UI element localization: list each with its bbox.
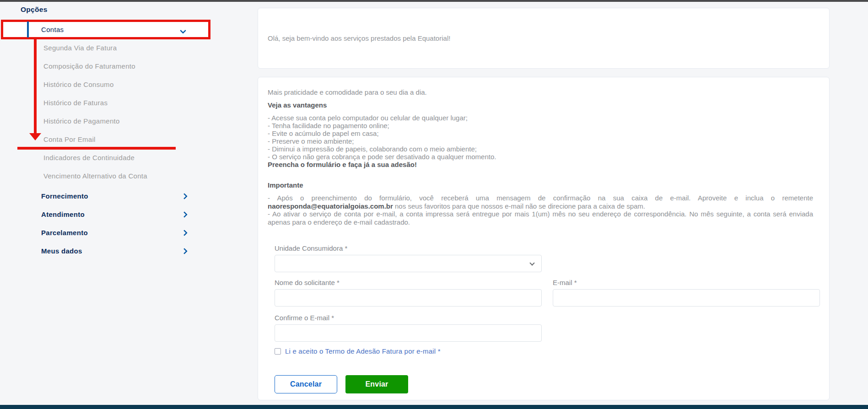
important-p1-after: nos seus favoritos para que nossos e-mai… — [393, 202, 645, 210]
advantage-item: - Preserve o meio ambiente; — [268, 137, 818, 145]
welcome-card: Olá, seja bem-vindo aos serviços prestad… — [258, 8, 830, 69]
chevron-right-icon — [182, 210, 187, 218]
chevron-down-icon — [181, 27, 185, 35]
main-content: Olá, seja bem-vindo aos serviços prestad… — [258, 8, 830, 400]
red-annotation-arrow-head — [29, 133, 41, 140]
bottom-page-bar — [0, 405, 868, 409]
sidebar-item-meus-dados[interactable]: Meus dados — [41, 242, 187, 260]
advantage-item: - Evite o acúmulo de papel em casa; — [268, 129, 818, 137]
sidebar-item-fornecimento[interactable]: Fornecimento — [41, 187, 187, 205]
sidebar-item-contas-label: Contas — [41, 26, 64, 33]
red-annotation-underline — [17, 147, 176, 150]
sidebar-item-historico-de-pagamento[interactable]: Histórico de Pagamento — [43, 112, 199, 130]
important-p2: - Ao ativar o serviço de conta por e-mai… — [268, 210, 813, 226]
sidebar-item-conta-por-email[interactable]: Conta Por Email — [43, 130, 199, 149]
cta-text: Preencha o formulário e faça já a sua ad… — [268, 161, 818, 168]
sidebar-item-historico-de-faturas[interactable]: Histórico de Faturas — [43, 94, 199, 112]
unidade-consumidora-label: Unidade Consumidora * — [275, 244, 820, 252]
sidebar-item-composicao-do-faturamento[interactable]: Composição do Faturamento — [43, 57, 199, 75]
form-actions: Cancelar Enviar — [275, 375, 820, 393]
cancel-button[interactable]: Cancelar — [275, 375, 337, 393]
advantages-list: - Acesse sua conta pelo computador ou ce… — [268, 114, 818, 161]
important-paragraph: - Após o preenchimento do formulário, vo… — [268, 194, 813, 226]
sidebar-item-parcelamento-label: Parcelamento — [41, 229, 88, 237]
sidebar-item-parcelamento[interactable]: Parcelamento — [41, 223, 187, 242]
sidebar-item-contas[interactable]: Contas — [1, 20, 210, 39]
active-item-accent-bar — [27, 22, 29, 38]
unidade-consumidora-select[interactable] — [275, 255, 542, 272]
red-annotation-arrow-line — [34, 39, 37, 134]
nome-solicitante-label: Nome do solicitante * — [275, 279, 542, 286]
terms-row: Li e aceito o Termo de Adesão Fatura por… — [275, 347, 820, 355]
noreply-email: naoresponda@equatorialgoias.com.br — [268, 202, 393, 210]
important-p1-before: - Após o preenchimento do formulário, vo… — [268, 194, 813, 202]
chevron-right-icon — [182, 247, 187, 255]
sidebar-title: Opções — [21, 5, 48, 14]
sidebar-item-segunda-via-de-fatura[interactable]: Segunda Via de Fatura — [43, 39, 199, 57]
advantage-item: - Acesse sua conta pelo computador ou ce… — [268, 114, 818, 122]
adhesion-form: Unidade Consumidora * Nome do solicitant… — [275, 244, 820, 393]
confirme-email-input[interactable] — [275, 324, 542, 342]
terms-checkbox[interactable] — [275, 348, 281, 355]
sidebar-item-indicadores-de-continuidade[interactable]: Indicadores de Continuidade — [43, 149, 199, 167]
nome-solicitante-input[interactable] — [275, 289, 542, 307]
advantage-item: - Tenha facilidade no pagamento online; — [268, 122, 818, 129]
welcome-message: Olá, seja bem-vindo aos serviços prestad… — [268, 34, 450, 42]
terms-link[interactable]: Li e aceito o Termo de Adesão Fatura por… — [285, 347, 441, 355]
sidebar-sections: Fornecimento Atendimento Parcelamento Me… — [41, 187, 187, 260]
contas-submenu: Segunda Via de Fatura Composição do Fatu… — [43, 39, 199, 185]
advantage-item: - Diminui a impressão de papeis, colabor… — [268, 145, 818, 153]
options-sidebar: Opções Contas Segunda Via de Fatura Comp… — [0, 0, 247, 403]
advantage-item: - O serviço não gera cobrança e pode ser… — [268, 153, 818, 161]
conta-por-email-card: Mais praticidade e comodidade para o seu… — [258, 77, 830, 400]
sidebar-item-atendimento-label: Atendimento — [41, 210, 85, 218]
sidebar-item-vencimento-alternativo-da-conta[interactable]: Vencimento Alternativo da Conta — [43, 167, 199, 185]
sidebar-item-meus-dados-label: Meus dados — [41, 247, 82, 255]
email-input[interactable] — [553, 289, 820, 307]
intro-text: Mais praticidade e comodidade para o seu… — [268, 88, 818, 96]
confirme-email-label: Confirme o E-mail * — [275, 314, 820, 322]
advantages-title: Veja as vantagens — [268, 101, 818, 109]
email-label: E-mail * — [553, 279, 820, 286]
sidebar-item-historico-de-consumo[interactable]: Histórico de Consumo — [43, 75, 199, 94]
important-title: Importante — [268, 181, 818, 189]
sidebar-item-fornecimento-label: Fornecimento — [41, 192, 88, 200]
sidebar-item-atendimento[interactable]: Atendimento — [41, 205, 187, 223]
chevron-right-icon — [182, 192, 187, 200]
chevron-right-icon — [182, 229, 187, 237]
chevron-down-icon — [529, 260, 534, 265]
submit-button[interactable]: Enviar — [345, 375, 408, 393]
